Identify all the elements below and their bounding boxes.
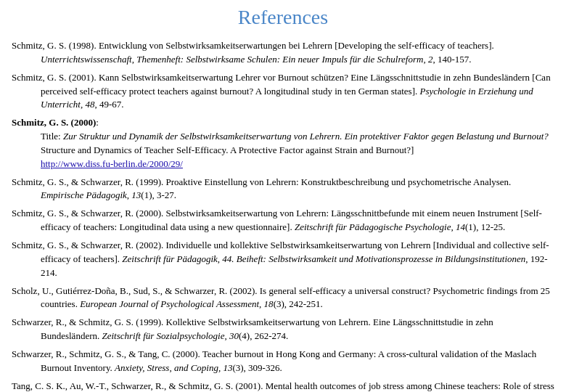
reference-entry-schwarzer2000: Schwarzer, R., Schmitz, G. S., & Tang, C… <box>12 348 554 375</box>
reference-entry-schmitz-schwarzer2000: Schmitz, G. S., & Schwarzer, R. (2000). … <box>12 207 554 234</box>
reference-entry-schmitz1998: Schmitz, G. S. (1998). Entwicklung von S… <box>12 39 554 67</box>
page-title: References <box>12 6 554 29</box>
reference-entry-scholz2002: Scholz, U., Gutiérrez-Doña, B., Sud, S.,… <box>12 285 554 312</box>
reference-entry-schmitz-schwarzer1999: Schmitz, G. S., & Schwarzer, R. (1999). … <box>12 176 554 203</box>
reference-entry-schwarzer-schmitz1999: Schwarzer, R., & Schmitz, G. S. (1999). … <box>12 316 554 343</box>
references-section: Schmitz, G. S. (1998). Entwicklung von S… <box>12 39 554 392</box>
reference-entry-tang2001: Tang, C. S. K., Au, W.-T., Schwarzer, R.… <box>12 380 554 392</box>
reference-entry-schmitz-schwarzer2002: Schmitz, G. S., & Schwarzer, R. (2002). … <box>12 239 554 280</box>
reference-entry-schmitz2001: Schmitz, G. S. (2001). Kann Selbstwirksa… <box>12 71 554 113</box>
reference-entry-schmitz2000: Schmitz, G. S. (2000):Title: Zur Struktu… <box>12 116 554 171</box>
